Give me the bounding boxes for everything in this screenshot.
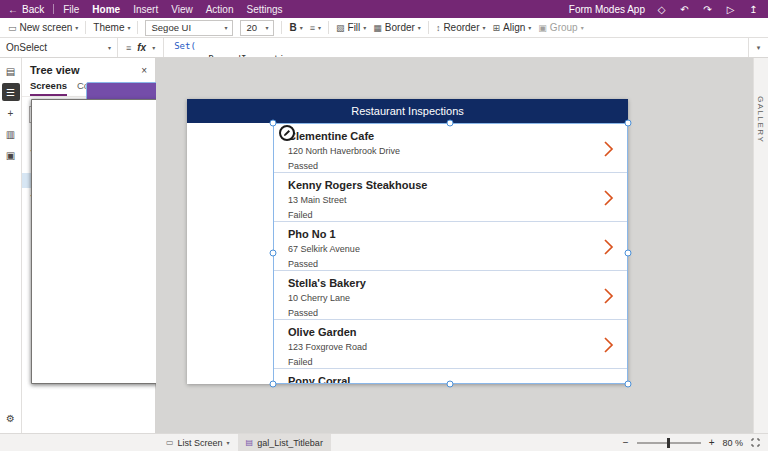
zoom-slider-handle[interactable] [667, 438, 670, 448]
menu-home[interactable]: Home [92, 4, 120, 15]
formula-expand-button[interactable]: ▾ [748, 38, 768, 57]
publish-icon[interactable]: ↥ [747, 4, 760, 15]
left-navigation-rail: ▤☰+▥▣⚙ [0, 58, 22, 433]
formula-line-1: Set( [174, 40, 748, 53]
gallery-item-name: Stella's Bakery [288, 277, 593, 290]
chevron-down-icon: ▾ [528, 24, 531, 31]
selection-handle[interactable] [270, 120, 277, 127]
selection-handle[interactable] [270, 250, 277, 257]
formula-menu-icon: ≡ [126, 43, 131, 53]
chevron-down-icon: ▾ [300, 24, 303, 31]
tab-screens[interactable]: Screens [30, 79, 67, 96]
chevron-right-icon [603, 336, 614, 358]
selection-handle[interactable] [270, 381, 277, 388]
selection-handle[interactable] [447, 381, 454, 388]
redo-icon[interactable]: ↷ [701, 4, 714, 15]
advanced-tools-icon[interactable]: ⚙ [2, 409, 20, 427]
property-select[interactable]: OnSelect ▾ [0, 38, 118, 57]
text-align-icon: ≡ [310, 23, 315, 33]
tree-item-form screen[interactable]: ▾Form Screen [22, 188, 155, 203]
chevron-down-icon: ▾ [108, 44, 111, 51]
gallery-item-address: 120 North Haverbrook Drive [288, 145, 593, 157]
close-icon[interactable]: × [141, 65, 147, 76]
gallery-item[interactable]: Stella's Bakery10 Cherry LanePassed [274, 271, 627, 320]
theme-button[interactable]: Theme ▾ [93, 22, 130, 33]
chevron-right-icon [603, 189, 614, 211]
zoom-out-button[interactable]: − [623, 437, 629, 448]
app-name: Form Modes App [569, 4, 645, 15]
chevron-down-icon: ▾ [227, 439, 230, 446]
insert-icon[interactable]: + [2, 104, 20, 122]
fill-icon: ▧ [336, 23, 345, 33]
data-icon[interactable]: ▥ [2, 125, 20, 143]
screens-icon[interactable]: ▤ [2, 62, 20, 80]
app-checker-icon[interactable]: ◇ [655, 4, 668, 15]
media-icon[interactable]: ▣ [2, 146, 20, 164]
chevron-down-icon: ▾ [127, 24, 130, 31]
gallery-item-address: 67 Selkirk Avenue [288, 243, 593, 255]
group-button: ▣ Group ▾ [538, 22, 583, 33]
menu-insert[interactable]: Insert [133, 4, 158, 15]
zoom-level: 80 % [722, 438, 743, 448]
chevron-down-icon: ▾ [265, 24, 268, 31]
design-canvas[interactable]: Restaurant Inspections Clementine Cafe12… [156, 58, 753, 433]
gallery-item[interactable]: Pho No 167 Selkirk AvenuePassed [274, 222, 627, 271]
selection-handle[interactable] [625, 250, 632, 257]
chevron-right-icon [603, 238, 614, 260]
border-button[interactable]: ▦ Border ▾ [373, 22, 421, 33]
pencil-icon [283, 129, 291, 137]
gallery-item-status: Passed [288, 258, 593, 270]
zoom-slider[interactable] [637, 442, 701, 444]
menu-bar: FileHomeInsertViewActionSettings [63, 4, 282, 15]
chevron-down-icon: ▾ [483, 24, 486, 31]
menu-view[interactable]: View [171, 4, 193, 15]
reorder-icon: ↕ [436, 23, 441, 33]
gallery-item-name: Pho No 1 [288, 228, 593, 241]
fit-to-window-icon[interactable] [751, 438, 760, 447]
statusbar-screen-selector[interactable]: ▭ List Screen ▾ [158, 434, 238, 451]
gallery-item-name: Kenny Rogers Steakhouse [288, 179, 593, 192]
selection-handle[interactable] [447, 120, 454, 127]
selection-handle[interactable] [625, 120, 632, 127]
ribbon-toolbar: ▭ New screen ▾ Theme ▾ Segoe UI ▾ 20 ▾ B… [0, 18, 768, 38]
text-align-button[interactable]: ≡ ▾ [310, 23, 321, 33]
formula-input[interactable]: Set( varRecordInspection [164, 38, 748, 57]
main-area: ▤☰+▥▣⚙ Tree view × ScreensComponents ⊞Ap… [0, 58, 768, 433]
font-family-select[interactable]: Segoe UI ▾ [145, 20, 233, 36]
menu-settings[interactable]: Settings [246, 4, 282, 15]
gallery-item-name: Clementine Cafe [288, 130, 593, 143]
bold-button[interactable]: B ▾ [289, 22, 302, 33]
undo-icon[interactable]: ↶ [678, 4, 691, 15]
chevron-down-icon: ▾ [318, 24, 321, 31]
menu-action[interactable]: Action [206, 4, 234, 15]
back-button[interactable]: ← Back [8, 4, 44, 15]
reorder-button[interactable]: ↕ Reorder ▾ [436, 22, 486, 33]
titlebar-icons: ◇↶↷▷↥ [655, 4, 760, 15]
app-screen[interactable]: Restaurant Inspections Clementine Cafe12… [187, 99, 628, 384]
gallery-item-name: Pony Corral [288, 375, 593, 384]
selection-handle[interactable] [625, 381, 632, 388]
right-properties-rail[interactable]: GALLERY [753, 58, 768, 433]
chevron-down-icon: ▾ [152, 44, 155, 51]
zoom-in-button[interactable]: + [709, 437, 715, 448]
new-screen-button[interactable]: ▭ New screen ▾ [8, 22, 78, 33]
restaurant-gallery[interactable]: Clementine Cafe120 North Haverbrook Driv… [273, 123, 628, 384]
gallery-item-address: 10 Cherry Lane [288, 292, 593, 304]
menu-file[interactable]: File [63, 4, 79, 15]
gallery-item[interactable]: Kenny Rogers Steakhouse13 Main StreetFai… [274, 173, 627, 222]
tree-view-icon[interactable]: ☰ [2, 83, 20, 101]
back-icon: ← [8, 4, 18, 15]
titlebar-divider [53, 4, 54, 14]
fill-button[interactable]: ▧ Fill ▾ [336, 22, 366, 33]
chevron-down-icon: ▾ [75, 24, 78, 31]
statusbar-control-breadcrumb[interactable]: ▤ gal_List_Titlebar [238, 434, 331, 451]
align-button[interactable]: ⊞ Align ▾ [493, 22, 532, 33]
preview-app-icon[interactable]: ▷ [724, 4, 737, 15]
screen-titlebar[interactable]: Restaurant Inspections [187, 99, 628, 123]
chevron-right-icon [603, 287, 614, 309]
font-size-select[interactable]: 20 ▾ [240, 20, 274, 36]
gallery-item-name: Olive Garden [288, 326, 593, 339]
edit-gallery-pencil-button[interactable] [279, 125, 295, 141]
gallery-item[interactable]: Olive Garden123 Foxgrove RoadFailed [274, 320, 627, 369]
gallery-item[interactable]: Clementine Cafe120 North Haverbrook Driv… [274, 124, 627, 173]
